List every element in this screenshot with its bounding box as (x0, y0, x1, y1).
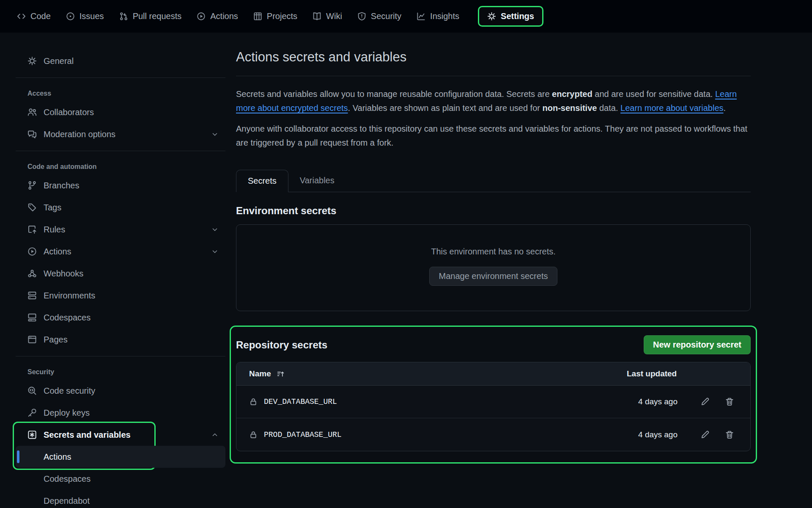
sidebar-item-label: Pages (44, 335, 68, 345)
webhook-icon (27, 269, 37, 278)
sidebar-item-general[interactable]: General (16, 50, 225, 72)
chevron-down-icon (211, 248, 219, 255)
secret-row-actions (678, 430, 750, 439)
tab-insights[interactable]: Insights (417, 11, 459, 21)
environments-icon (27, 291, 37, 300)
sidebar-subitem-codespaces[interactable]: Codespaces (16, 468, 225, 490)
sidebar-item-label: Collaborators (44, 108, 94, 117)
tab-code[interactable]: Code (17, 11, 51, 21)
tab-secrets[interactable]: Secrets (236, 170, 288, 192)
secret-name-cell: DEV_DATABASE_URL (236, 398, 623, 406)
trash-icon[interactable] (725, 397, 734, 406)
sidebar-item-webhooks[interactable]: Webhooks (16, 262, 225, 284)
sidebar-divider (16, 151, 225, 151)
sidebar-item-label: Secrets and variables (44, 430, 131, 440)
intro-text: and are used for sensitive data. (593, 89, 715, 99)
code-scan-icon (27, 386, 37, 395)
repository-secrets-table: Name Last updated DEV_DATABASE_URL 4 day… (236, 362, 751, 451)
secrets-variables-tabbar: Secrets Variables (236, 169, 751, 192)
pencil-icon[interactable] (700, 430, 710, 439)
tab-projects[interactable]: Projects (253, 11, 297, 21)
chevron-down-icon (211, 226, 219, 233)
gear-icon (487, 12, 496, 21)
lock-icon (249, 431, 258, 439)
annotation-highlight-settings: Settings (478, 6, 543, 27)
repository-secrets-heading: Repository secrets (236, 339, 327, 351)
sort-asc-icon[interactable] (277, 370, 285, 378)
table-row: PROD_DATABASE_URL 4 days ago (236, 418, 750, 451)
repository-secrets-header: Repository secrets New repository secret (236, 335, 751, 354)
sidebar-item-environments[interactable]: Environments (16, 284, 225, 306)
git-pull-request-icon (119, 12, 128, 21)
tab-issues-label: Issues (80, 11, 104, 21)
tab-wiki[interactable]: Wiki (313, 11, 342, 21)
sidebar-item-moderation-options[interactable]: Moderation options (16, 123, 225, 145)
tab-pull-requests[interactable]: Pull requests (119, 11, 182, 21)
sidebar-item-label: Moderation options (44, 130, 115, 139)
table-row: DEV_DATABASE_URL 4 days ago (236, 386, 750, 418)
tab-code-label: Code (30, 11, 51, 21)
sidebar-subitem-dependabot[interactable]: Dependabot (16, 490, 225, 508)
intro-paragraph: Secrets and variables allow you to manag… (236, 87, 751, 115)
trash-icon[interactable] (725, 430, 734, 439)
rules-icon (27, 225, 37, 234)
sidebar-item-secrets-and-variables[interactable]: Secrets and variables (16, 424, 225, 446)
intro-text: . Variables are shown as plain text and … (348, 103, 543, 113)
sidebar-item-label: Codespaces (44, 313, 91, 323)
pencil-icon[interactable] (700, 397, 710, 406)
tab-wiki-label: Wiki (326, 11, 342, 21)
book-icon (313, 12, 321, 21)
sidebar-subitem-actions[interactable]: Actions (16, 446, 225, 468)
tab-settings-label: Settings (501, 11, 534, 21)
issue-opened-icon (66, 12, 75, 21)
intro-text: data. (597, 103, 620, 113)
tab-security[interactable]: Security (357, 11, 401, 21)
sidebar-item-label: Environments (44, 291, 95, 301)
sidebar-item-pages[interactable]: Pages (16, 329, 225, 351)
shield-icon (357, 12, 366, 21)
tab-variables[interactable]: Variables (288, 169, 346, 192)
sidebar-item-label: Deploy keys (44, 408, 90, 418)
sidebar-item-tags[interactable]: Tags (16, 196, 225, 218)
tab-actions[interactable]: Actions (197, 11, 238, 21)
settings-sidebar: General Access Collaborators Moderation … (16, 39, 225, 508)
new-repository-secret-button[interactable]: New repository secret (644, 335, 751, 354)
name-column-header: Name (236, 369, 623, 378)
people-icon (27, 108, 37, 117)
sidebar-item-rules[interactable]: Rules (16, 218, 225, 240)
codespaces-icon (27, 313, 37, 322)
intro-text: Secrets and variables allow you to manag… (236, 89, 552, 99)
project-icon (253, 12, 262, 21)
secret-row-actions (678, 397, 750, 406)
link-variables[interactable]: Learn more about variables (620, 103, 723, 113)
page-title: Actions secrets and variables (236, 50, 751, 65)
name-header-label: Name (249, 369, 271, 378)
sidebar-item-branches[interactable]: Branches (16, 174, 225, 196)
sidebar-item-collaborators[interactable]: Collaborators (16, 101, 225, 123)
sidebar-section-code-and-automation: Code and automation (16, 157, 225, 174)
sidebar-item-codespaces[interactable]: Codespaces (16, 306, 225, 329)
environment-secrets-heading: Environment secrets (236, 205, 751, 217)
title-divider (236, 76, 751, 76)
tag-icon (27, 203, 37, 212)
sidebar-item-label: General (44, 56, 74, 66)
graph-icon (417, 12, 425, 21)
intro-bold-encrypted: encrypted (552, 89, 593, 99)
chevron-up-icon (211, 431, 219, 439)
gear-icon (27, 56, 37, 66)
code-icon (17, 12, 26, 21)
sidebar-divider (16, 77, 225, 78)
play-icon (197, 12, 206, 21)
secret-name: DEV_DATABASE_URL (264, 398, 337, 406)
sidebar-item-code-security[interactable]: Code security (16, 380, 225, 402)
manage-environment-secrets-button[interactable]: Manage environment secrets (429, 267, 558, 286)
sidebar-section-security: Security (16, 362, 225, 380)
sidebar-item-actions[interactable]: Actions (16, 240, 225, 262)
sidebar-item-deploy-keys[interactable]: Deploy keys (16, 402, 225, 424)
browser-icon (27, 335, 37, 344)
tab-issues[interactable]: Issues (66, 11, 104, 21)
environment-secrets-empty-box: This environment has no secrets. Manage … (236, 224, 751, 311)
tab-settings[interactable]: Settings (487, 11, 534, 21)
intro-bold-non-sensitive: non-sensitive (543, 103, 597, 113)
play-icon (27, 247, 37, 256)
